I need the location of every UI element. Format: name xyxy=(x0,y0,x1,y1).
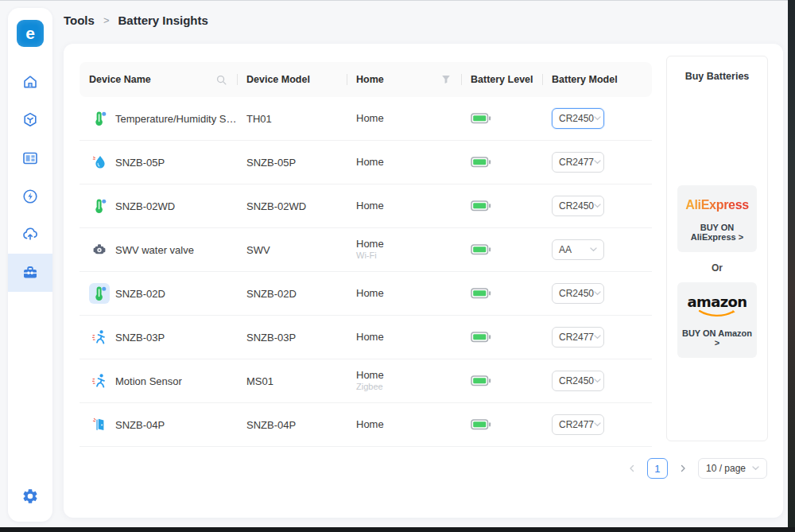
chevron-left-icon[interactable] xyxy=(625,458,639,479)
table-body: Temperature/Humidity Se... TH01 Home CR2… xyxy=(80,97,652,447)
scene-panel-icon xyxy=(21,150,39,167)
device-name: Motion Sensor xyxy=(115,375,182,387)
search-icon[interactable] xyxy=(216,75,227,85)
sidebar-item-devices[interactable] xyxy=(8,101,52,139)
water-drop-icon xyxy=(89,152,110,173)
home-name: Home xyxy=(356,112,461,125)
home-cell: Home xyxy=(347,331,461,344)
sidebar-item-tools[interactable] xyxy=(8,254,52,292)
filter-icon[interactable] xyxy=(441,75,451,84)
battery-model-cell: CR2450 xyxy=(542,196,652,216)
column-header-device-name: Device Name xyxy=(80,62,237,97)
battery-level-cell xyxy=(461,419,542,430)
chevron-down-icon xyxy=(594,335,601,340)
chevron-right-icon[interactable] xyxy=(676,458,690,479)
home-protocol: Zigbee xyxy=(356,382,461,393)
battery-model-cell: CR2477 xyxy=(542,152,652,173)
home-name: Home xyxy=(356,369,461,382)
sidebar-item-settings[interactable] xyxy=(21,479,39,514)
table-row: SNZB-05P SNZB-05P Home CR2477 xyxy=(80,141,652,184)
sidebar-nav xyxy=(8,63,52,292)
home-name: Home xyxy=(356,331,461,344)
battery-model-select[interactable]: CR2450 xyxy=(552,371,604,391)
battery-model-select[interactable]: CR2477 xyxy=(552,414,604,435)
battery-icon xyxy=(471,332,491,343)
column-header-battery-level: Battery Level xyxy=(461,62,542,97)
battery-model-cell: CR2450 xyxy=(542,283,652,304)
buy-on-amazon-link[interactable]: BUY ON Amazon > xyxy=(681,328,754,348)
water-valve-icon xyxy=(89,239,110,260)
breadcrumb-tools[interactable]: Tools xyxy=(64,14,95,27)
motion-runner-icon xyxy=(89,327,110,348)
home-name: Home xyxy=(356,238,461,250)
battery-level-cell xyxy=(461,157,542,168)
sidebar-item-energy[interactable] xyxy=(8,177,52,216)
table-row: SNZB-03P SNZB-03P Home CR2477 xyxy=(80,316,652,359)
page-title: Battery Insights xyxy=(118,14,207,27)
battery-model-value: CR2477 xyxy=(559,419,594,430)
battery-model-select[interactable]: CR2450 xyxy=(552,196,604,216)
device-name-cell: SNZB-02WD xyxy=(80,196,237,216)
home-name: Home xyxy=(356,418,461,431)
cloud-upload-icon xyxy=(21,226,39,243)
sidebar-item-scenes[interactable] xyxy=(8,139,52,177)
ewelink-logo[interactable]: e xyxy=(17,20,44,47)
home-cell: Home Zigbee xyxy=(347,369,461,393)
battery-model-select[interactable]: AA xyxy=(552,239,604,260)
battery-icon xyxy=(471,113,491,124)
column-header-home: Home xyxy=(347,62,461,97)
battery-level-cell xyxy=(461,200,542,212)
aliexpress-card[interactable]: AliExpress BUY ON AliExpress > xyxy=(677,185,757,252)
home-icon xyxy=(21,73,39,91)
column-label: Home xyxy=(356,74,384,85)
battery-model-value: CR2450 xyxy=(559,375,594,386)
energy-icon xyxy=(21,188,39,205)
column-label: Device Model xyxy=(246,74,310,85)
column-header-battery-model: Battery Model xyxy=(542,62,652,97)
home-name: Home xyxy=(356,200,461,212)
window-bottom-edge xyxy=(0,527,795,532)
sidebar-item-home[interactable] xyxy=(8,63,52,101)
toolbox-icon xyxy=(21,264,39,282)
battery-model-value: CR2477 xyxy=(559,332,594,343)
page-number-button[interactable]: 1 xyxy=(647,458,668,479)
battery-model-select[interactable]: CR2477 xyxy=(552,327,604,348)
page-size-select[interactable]: 10 / page xyxy=(698,458,767,479)
table-row: SNZB-04P SNZB-04P Home CR2477 xyxy=(80,403,652,447)
buy-batteries-title: Buy Batteries xyxy=(667,71,767,82)
home-name: Home xyxy=(356,287,461,300)
column-header-device-model: Device Model xyxy=(237,62,347,97)
home-cell: Home Wi-Fi xyxy=(347,238,461,262)
buy-batteries-panel: Buy Batteries AliExpress BUY ON AliExpre… xyxy=(666,56,768,441)
buy-on-aliexpress-link[interactable]: BUY ON AliExpress > xyxy=(681,223,754,242)
aliexpress-logo: AliExpress xyxy=(685,198,749,212)
battery-model-select[interactable]: CR2477 xyxy=(552,152,604,173)
home-cell: Home xyxy=(347,156,461,169)
battery-model-value: CR2450 xyxy=(559,113,594,124)
device-model-cell: TH01 xyxy=(237,113,347,125)
battery-model-cell: AA xyxy=(542,239,652,260)
battery-model-select[interactable]: CR2450 xyxy=(552,283,604,304)
chevron-down-icon xyxy=(594,422,601,427)
device-model-cell: SNZB-02WD xyxy=(237,200,347,212)
page-size-label: 10 / page xyxy=(706,463,746,474)
amazon-smile-icon xyxy=(697,309,737,318)
amazon-card[interactable]: amazon BUY ON Amazon > xyxy=(677,282,757,358)
thermometer-icon xyxy=(89,196,110,216)
battery-model-value: CR2477 xyxy=(559,157,594,168)
chevron-down-icon xyxy=(594,116,601,121)
battery-icon xyxy=(471,419,491,430)
device-name-cell: SNZB-02D xyxy=(80,283,237,304)
battery-model-select[interactable]: CR2450 xyxy=(552,108,604,129)
device-name: Temperature/Humidity Se... xyxy=(115,113,237,125)
battery-level-cell xyxy=(461,375,542,386)
battery-icon xyxy=(471,157,491,168)
sidebar-item-cloud[interactable] xyxy=(8,216,52,254)
battery-insights-card: Device NameDevice ModelHomeBattery Level… xyxy=(64,44,783,518)
chevron-down-icon xyxy=(594,379,601,383)
home-cell: Home xyxy=(347,112,461,125)
device-model-cell: SWV xyxy=(237,244,347,256)
battery-icon xyxy=(471,375,491,386)
device-name: SNZB-05P xyxy=(115,157,165,169)
table-row: SNZB-02WD SNZB-02WD Home CR2450 xyxy=(80,184,652,228)
